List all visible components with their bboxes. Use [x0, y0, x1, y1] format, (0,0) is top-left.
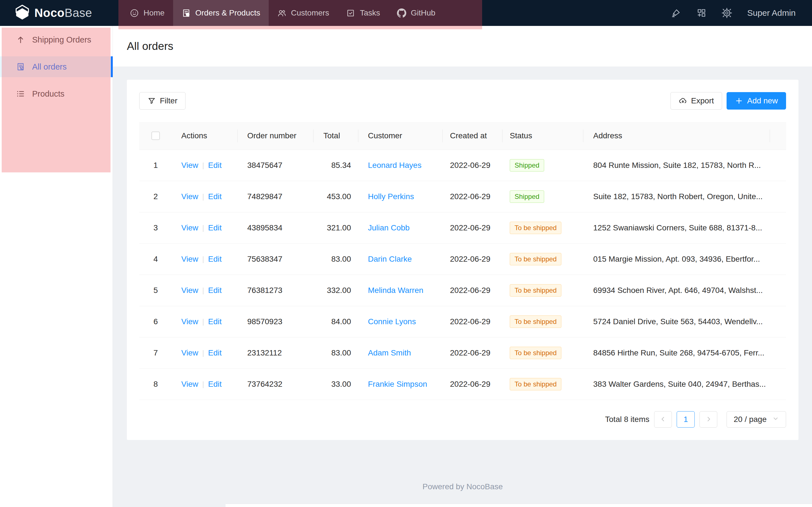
address-cell: 1252 Swaniawski Corners, Suite 688, 8137…	[583, 223, 770, 232]
total-cell: 83.00	[313, 255, 358, 264]
nav-item-label: GitHub	[411, 8, 435, 17]
row-actions-cell: View|Edit	[172, 161, 238, 170]
bottom-strip	[225, 504, 812, 507]
customer-link[interactable]: Connie Lyons	[368, 317, 416, 326]
edit-link[interactable]: Edit	[208, 223, 221, 232]
customer-link[interactable]: Leonard Hayes	[368, 161, 421, 170]
table-row: 1View|Edit3847564785.34Leonard Hayes2022…	[139, 150, 786, 181]
created-at-cell: 2022-06-29	[443, 286, 502, 295]
pagination-total: Total 8 items	[605, 415, 649, 424]
page-header: All orders	[113, 26, 812, 66]
action-divider: |	[202, 161, 204, 170]
edit-link[interactable]: Edit	[208, 317, 221, 326]
customer-link[interactable]: Adam Smith	[368, 348, 411, 357]
total-cell: 84.00	[313, 317, 358, 326]
row-index-cell: 4	[139, 255, 172, 264]
select-all-checkbox[interactable]	[151, 131, 160, 140]
view-link[interactable]: View	[181, 192, 198, 201]
edit-link[interactable]: Edit	[208, 348, 221, 357]
view-link[interactable]: View	[181, 161, 198, 170]
team-icon	[277, 8, 287, 18]
total-cell: 453.00	[313, 192, 358, 201]
filter-button[interactable]: Filter	[139, 92, 186, 110]
highlighter-icon[interactable]	[671, 8, 681, 18]
app-logo[interactable]: NocoBase	[14, 0, 92, 26]
customer-link[interactable]: Darin Clarke	[368, 255, 412, 263]
user-menu[interactable]: Super Admin	[747, 8, 796, 18]
nav-item-orders-products[interactable]: Orders & Products	[173, 0, 269, 26]
edit-link[interactable]: Edit	[208, 161, 221, 170]
appstore-add-icon[interactable]	[696, 8, 707, 18]
view-link[interactable]: View	[181, 348, 198, 357]
status-cell: Shipped	[502, 190, 583, 203]
row-actions-cell: View|Edit	[172, 192, 238, 201]
sidebar: Shipping OrdersAll ordersProducts	[0, 26, 113, 507]
view-link[interactable]: View	[181, 223, 198, 232]
edit-link[interactable]: Edit	[208, 255, 221, 263]
page-size-select[interactable]: 20 / page	[726, 411, 786, 428]
row-index-cell: 7	[139, 348, 172, 357]
view-link[interactable]: View	[181, 317, 198, 326]
view-link[interactable]: View	[181, 255, 198, 263]
pagination-page-1[interactable]: 1	[677, 411, 695, 428]
view-link[interactable]: View	[181, 380, 198, 388]
action-divider: |	[202, 349, 204, 357]
status-cell: To be shipped	[502, 284, 583, 297]
column-header-label: Actions	[181, 131, 207, 140]
export-button[interactable]: Export	[670, 92, 722, 110]
total-cell: 83.00	[313, 348, 358, 357]
pagination-next-button[interactable]	[700, 411, 717, 428]
customer-cell: Melinda Warren	[358, 286, 443, 295]
total-cell: 332.00	[313, 286, 358, 295]
edit-link[interactable]: Edit	[208, 380, 221, 388]
status-cell: To be shipped	[502, 253, 583, 265]
created-at-cell: 2022-06-29	[443, 255, 502, 264]
row-actions-cell: View|Edit	[172, 348, 238, 357]
column-header-select	[139, 122, 172, 150]
plus-icon	[735, 97, 743, 105]
customer-link[interactable]: Melinda Warren	[368, 286, 423, 295]
customer-link[interactable]: Julian Cobb	[368, 223, 410, 232]
top-navbar: NocoBase HomeOrders & ProductsCustomersT…	[0, 0, 812, 26]
row-index-cell: 2	[139, 192, 172, 201]
row-actions-cell: View|Edit	[172, 223, 238, 232]
customer-cell: Frankie Simpson	[358, 380, 443, 389]
table-header-row: ActionsOrder numberTotalCustomerCreated …	[139, 122, 786, 150]
row-actions-cell: View|Edit	[172, 286, 238, 295]
check-square-icon	[346, 8, 355, 18]
table-row: 6View|Edit9857092384.00Connie Lyons2022-…	[139, 306, 786, 337]
sidebar-item-products[interactable]: Products	[0, 83, 112, 104]
nav-item-github[interactable]: GitHub	[389, 0, 444, 26]
nav-item-label: Home	[144, 8, 165, 17]
address-cell: 015 Margie Mission, Apt. 093, 34936, Ebe…	[583, 255, 770, 264]
customer-link[interactable]: Frankie Simpson	[368, 380, 427, 388]
pagination-prev-button[interactable]	[654, 411, 672, 428]
column-header-label: Created at	[450, 131, 487, 140]
sidebar-item-all-orders[interactable]: All orders	[0, 56, 112, 77]
view-link[interactable]: View	[181, 286, 198, 295]
address-cell: 5724 Daniel Drive, Suite 563, 54403, Wen…	[583, 317, 770, 326]
nav-item-customers[interactable]: Customers	[269, 0, 338, 26]
action-divider: |	[202, 380, 204, 388]
logo-text: NocoBase	[35, 6, 92, 20]
add-new-button[interactable]: Add new	[726, 92, 786, 110]
edit-link[interactable]: Edit	[208, 286, 221, 295]
nav-item-home[interactable]: Home	[121, 0, 173, 26]
order-number-cell: 98570923	[238, 317, 313, 326]
row-index-cell: 8	[139, 380, 172, 389]
column-header-order-number: Order number	[238, 122, 313, 150]
sidebar-item-shipping-orders[interactable]: Shipping Orders	[0, 29, 112, 50]
row-actions-cell: View|Edit	[172, 317, 238, 326]
status-badge: To be shipped	[510, 222, 561, 234]
total-cell: 85.34	[313, 161, 358, 170]
action-divider: |	[202, 224, 204, 232]
column-header-address: Address	[583, 122, 770, 150]
nav-item-tasks[interactable]: Tasks	[338, 0, 389, 26]
nav-item-label: Orders & Products	[195, 8, 260, 17]
customer-link[interactable]: Holly Perkins	[368, 192, 414, 201]
sidebar-item-label: All orders	[32, 62, 67, 71]
file-check-icon	[16, 62, 26, 71]
edit-link[interactable]: Edit	[208, 192, 221, 201]
column-header-label: Status	[510, 131, 532, 140]
gear-icon[interactable]	[722, 8, 732, 18]
